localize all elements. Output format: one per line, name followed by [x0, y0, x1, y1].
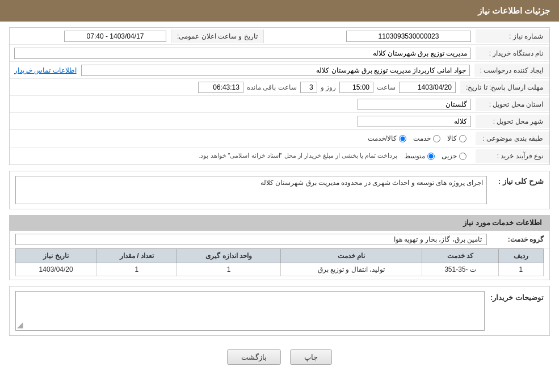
- category-label: طبقه بندی موضوعی :: [476, 132, 549, 145]
- category-goods-label: کالا: [447, 134, 457, 142]
- buttons-row: چاپ بازگشت: [9, 342, 550, 373]
- buyer-notes-section: توضیحات خریدار: ◢: [9, 286, 550, 336]
- summary-text: اجرای پروژه های توسعه و احداث شهری در مح…: [260, 179, 483, 187]
- purchase-type-value: جزیی متوسط پرداخت تمام یا بخشی از مبلغ خ…: [10, 147, 476, 165]
- deadline-label: مهلت ارسال پاسخ: تا تاریخ:: [460, 81, 549, 94]
- page-header: جزئیات اطلاعات نیاز: [0, 0, 559, 22]
- cell-quantity: 1: [96, 263, 177, 276]
- service-group-row: گروه خدمت: تامین برق، گاز، بخار و تهویه …: [10, 231, 549, 248]
- need-number-value: [264, 28, 476, 44]
- table-row: 1 ت -35-351 تولید، انتقال و توزیع برق 1 …: [16, 263, 544, 276]
- cell-service-name: تولید، انتقال و توزیع برق: [280, 263, 422, 276]
- buyer-org-label: نام دستگاه خریدار :: [476, 47, 549, 60]
- announce-date-input[interactable]: [64, 31, 166, 42]
- deadline-day-label: روز و: [321, 83, 336, 91]
- resize-icon: ◢: [17, 320, 23, 329]
- services-section: اطلاعات خدمات مورد نیاز گروه خدمت: تامین…: [9, 215, 550, 280]
- services-table: ردیف کد خدمت نام خدمت واحد اندازه گیری ت…: [15, 248, 544, 276]
- purchase-type-label: نوع فرآیند خرید :: [476, 149, 549, 163]
- col-need-date: تاریخ نیاز: [16, 249, 96, 263]
- province-row: استان محل تحویل :: [10, 96, 549, 113]
- cell-need-date: 1403/04/20: [16, 263, 96, 276]
- purchase-partial-label: جزیی: [442, 152, 457, 160]
- buyer-org-row: نام دستگاه خریدار :: [10, 45, 549, 62]
- summary-input: اجرای پروژه های توسعه و احداث شهری در مح…: [15, 176, 487, 204]
- cell-row-num: 1: [498, 263, 543, 276]
- category-row: طبقه بندی موضوعی : کالا خدمت: [10, 130, 549, 147]
- deadline-row: مهلت ارسال پاسخ: تا تاریخ: ساعت روز و سا…: [10, 79, 549, 96]
- province-value: [10, 96, 476, 112]
- purchase-medium-label: متوسط: [404, 152, 425, 160]
- page-title: جزئیات اطلاعات نیاز: [478, 6, 550, 15]
- category-goods-service-label: کالا/خدمت: [368, 134, 397, 142]
- col-quantity: تعداد / مقدار: [96, 249, 177, 263]
- city-value: [10, 113, 476, 129]
- deadline-remaining-label: ساعت باقی مانده: [247, 83, 297, 91]
- purchase-partial-radio[interactable]: [459, 153, 466, 160]
- info-section: شماره نیاز : تاریخ و ساعت اعلان عمومی: ن…: [9, 27, 550, 165]
- creator-input[interactable]: [81, 65, 470, 76]
- purchase-medium-radio[interactable]: [427, 153, 435, 160]
- province-input[interactable]: [358, 99, 471, 110]
- cell-service-code: ت -35-351: [422, 263, 498, 276]
- summary-value-wrap: اجرای پروژه های توسعه و احداث شهری در مح…: [15, 175, 487, 205]
- category-goods-radio[interactable]: [459, 135, 466, 142]
- creator-label: ایجاد کننده درخواست :: [474, 64, 549, 77]
- deadline-time-label: ساعت: [377, 83, 396, 91]
- need-number-label: شماره نیاز :: [476, 29, 549, 43]
- deadline-days-input[interactable]: [300, 82, 317, 93]
- deadline-remaining-input[interactable]: [198, 82, 243, 93]
- category-goods-service-radio[interactable]: [399, 135, 406, 142]
- buyer-notes-area: ◢: [15, 291, 485, 331]
- deadline-date-input[interactable]: [399, 82, 456, 93]
- city-label: شهر محل تحویل :: [476, 115, 549, 128]
- purchase-type-note: پرداخت تمام یا بخشی از مبلغ خریدار از مح…: [199, 152, 397, 159]
- buyer-org-value: [10, 45, 476, 61]
- back-button[interactable]: بازگشت: [227, 349, 281, 365]
- summary-label: شرح کلی نیاز :: [487, 175, 544, 186]
- page-wrapper: جزئیات اطلاعات نیاز شماره نیاز : تاریخ و…: [0, 0, 559, 392]
- city-input[interactable]: [358, 116, 471, 127]
- need-number-input[interactable]: [346, 31, 471, 42]
- summary-section: شرح کلی نیاز : اجرای پروژه های توسعه و ا…: [9, 171, 550, 209]
- category-service-item: خدمت: [413, 134, 440, 142]
- col-unit: واحد اندازه گیری: [177, 249, 280, 263]
- services-header: اطلاعات خدمات مورد نیاز: [9, 215, 550, 230]
- col-row-num: ردیف: [498, 249, 543, 263]
- service-group-value: تامین برق، گاز، بخار و تهویه هوا: [15, 234, 487, 245]
- service-group-label: گروه خدمت:: [487, 235, 544, 243]
- contact-link[interactable]: اطلاعات تماس خریدار: [14, 66, 77, 74]
- col-service-code: کد خدمت: [422, 249, 498, 263]
- need-number-row: شماره نیاز : تاریخ و ساعت اعلان عمومی:: [10, 28, 549, 45]
- creator-row: ایجاد کننده درخواست : اطلاعات تماس خریدا…: [10, 62, 549, 79]
- deadline-value: ساعت روز و ساعت باقی مانده: [10, 79, 460, 95]
- creator-value: اطلاعات تماس خریدار: [10, 62, 474, 78]
- announce-date-value: [10, 28, 171, 44]
- col-service-name: نام خدمت: [280, 249, 422, 263]
- city-row: شهر محل تحویل :: [10, 113, 549, 130]
- category-service-label: خدمت: [413, 134, 431, 142]
- purchase-partial-item: جزیی: [442, 152, 466, 160]
- category-service-radio[interactable]: [433, 135, 440, 142]
- category-goods-service-item: کالا/خدمت: [368, 134, 406, 142]
- purchase-medium-item: متوسط: [404, 152, 435, 160]
- category-goods-item: کالا: [447, 134, 466, 142]
- services-table-container: ردیف کد خدمت نام خدمت واحد اندازه گیری ت…: [10, 248, 549, 280]
- main-content: شماره نیاز : تاریخ و ساعت اعلان عمومی: ن…: [0, 22, 559, 378]
- category-value: کالا خدمت کالا/خدمت: [10, 130, 476, 147]
- purchase-type-row: نوع فرآیند خرید : جزیی متوسط پرداخت تمام…: [10, 147, 549, 165]
- deadline-time-input[interactable]: [339, 82, 373, 93]
- print-button[interactable]: چاپ: [290, 349, 332, 365]
- cell-unit: 1: [177, 263, 280, 276]
- announce-date-label: تاریخ و ساعت اعلان عمومی:: [171, 29, 264, 43]
- buyer-notes-label: توضیحات خریدار:: [490, 291, 544, 302]
- buyer-org-input[interactable]: [14, 48, 471, 59]
- province-label: استان محل تحویل :: [476, 98, 549, 111]
